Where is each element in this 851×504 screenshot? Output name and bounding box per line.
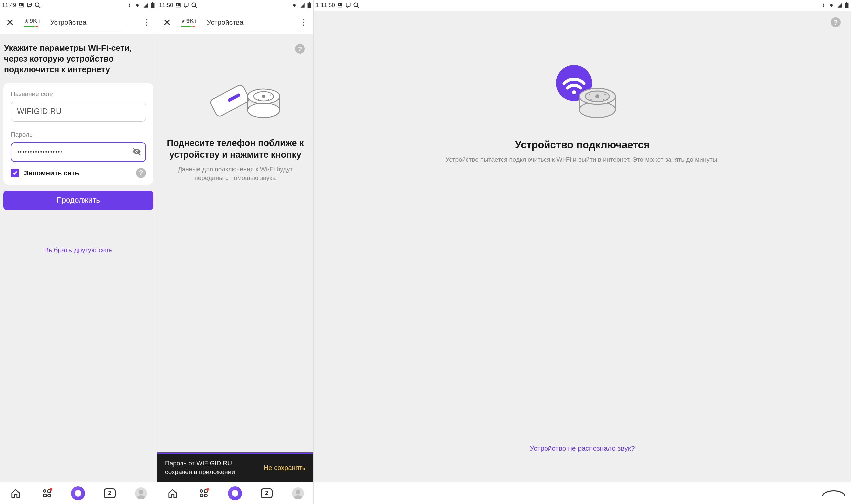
- search-icon: [353, 2, 360, 8]
- status-bar: 1 11:50: [314, 0, 851, 11]
- nav-tabs[interactable]: 2: [102, 486, 117, 501]
- continue-button[interactable]: Продолжить: [3, 191, 153, 210]
- bottom-nav: 2: [157, 482, 314, 504]
- check-icon: [12, 170, 18, 176]
- sound-not-recognized-link[interactable]: Устройство не распознало звук?: [314, 444, 851, 452]
- svg-rect-3: [30, 4, 31, 5]
- svg-rect-40: [348, 4, 348, 5]
- svg-rect-16: [186, 4, 187, 5]
- nav-alice[interactable]: [71, 486, 85, 501]
- notification-dot: [50, 488, 52, 491]
- svg-rect-19: [308, 3, 312, 8]
- svg-point-53: [590, 99, 592, 100]
- svg-rect-20: [309, 2, 310, 3]
- help-button[interactable]: ?: [831, 17, 841, 27]
- svg-point-18: [192, 3, 196, 7]
- battery-icon: [845, 2, 849, 8]
- app-header: 9K+ Устройства: [0, 11, 157, 34]
- close-button[interactable]: [3, 15, 17, 30]
- menu-button[interactable]: [296, 15, 311, 30]
- svg-point-32: [258, 99, 259, 100]
- svg-rect-2: [29, 4, 30, 5]
- twitch-icon: [26, 2, 32, 8]
- status-prefix: 1: [316, 2, 319, 8]
- browser-tab[interactable]: 9K+ Устройства: [176, 13, 296, 32]
- tab-rating: 9K+: [187, 18, 198, 24]
- password-input[interactable]: [11, 142, 146, 162]
- close-button[interactable]: [160, 15, 174, 30]
- svg-point-7: [146, 19, 147, 20]
- photo-icon: [337, 2, 343, 8]
- svg-rect-17: [187, 4, 188, 5]
- svg-point-10: [43, 490, 46, 492]
- svg-point-33: [268, 99, 269, 100]
- svg-point-50: [596, 94, 599, 98]
- help-button[interactable]: ?: [136, 168, 146, 178]
- connecting-illustration: [314, 63, 851, 123]
- svg-point-22: [303, 21, 304, 23]
- signal-icon: [837, 3, 843, 8]
- sync-icon: [127, 3, 132, 8]
- svg-point-23: [303, 24, 304, 25]
- nav-alice[interactable]: [228, 486, 242, 501]
- svg-rect-44: [846, 2, 847, 3]
- sync-icon: [821, 3, 826, 8]
- menu-button[interactable]: [139, 15, 154, 30]
- instruction-subtitle: Данные для подключения к Wi-Fi будут пер…: [157, 165, 314, 183]
- wifi-icon: [134, 3, 141, 8]
- svg-point-13: [48, 494, 51, 497]
- browser-tab[interactable]: 9K+ Устройства: [19, 13, 139, 32]
- avatar-icon: [292, 487, 304, 499]
- svg-rect-43: [845, 3, 849, 8]
- tabs-count: 2: [104, 488, 116, 498]
- nav-home[interactable]: [8, 486, 23, 501]
- svg-point-42: [354, 3, 358, 7]
- connecting-title: Устройство подключается: [314, 139, 851, 151]
- toggle-password-visibility[interactable]: [132, 147, 141, 158]
- nav-home[interactable]: [165, 486, 180, 501]
- svg-point-54: [603, 99, 604, 100]
- svg-point-26: [248, 103, 280, 118]
- nav-profile[interactable]: [134, 486, 148, 501]
- svg-point-51: [589, 94, 590, 95]
- snackbar-dismiss-button[interactable]: Не сохранять: [264, 464, 305, 472]
- tab-title: Устройства: [207, 18, 244, 26]
- nav-services[interactable]: [196, 486, 211, 501]
- star-icon: [181, 19, 186, 23]
- remember-checkbox[interactable]: [11, 169, 19, 177]
- svg-point-39: [339, 4, 340, 5]
- svg-point-34: [200, 490, 203, 492]
- wifi-form-card: Название сети Пароль Запомнить сеть ?: [3, 83, 153, 185]
- nav-profile[interactable]: [290, 486, 305, 501]
- nav-tabs[interactable]: 2: [259, 486, 274, 501]
- tab-title: Устройства: [50, 18, 87, 26]
- svg-point-4: [35, 3, 39, 7]
- tab-rating: 9K+: [30, 18, 41, 24]
- svg-point-8: [146, 21, 147, 23]
- phone-device-illustration: [157, 74, 314, 124]
- search-icon: [191, 2, 198, 8]
- photo-icon: [175, 2, 181, 8]
- help-button[interactable]: ?: [295, 44, 305, 54]
- battery-icon: [150, 2, 155, 8]
- signal-icon: [143, 3, 148, 8]
- nav-services[interactable]: [39, 486, 54, 501]
- choose-other-network-link[interactable]: Выбрать другую сеть: [0, 246, 157, 254]
- svg-point-15: [177, 4, 178, 5]
- alice-icon: [71, 486, 85, 500]
- svg-point-9: [146, 24, 147, 25]
- photo-icon: [18, 2, 24, 8]
- status-time: 11:50: [159, 2, 173, 8]
- search-icon: [34, 2, 41, 8]
- svg-point-46: [572, 90, 576, 94]
- svg-point-29: [262, 95, 265, 98]
- instruction-title: Поднесите телефон поближе к устройству и…: [157, 124, 314, 165]
- app-header: 9K+ Устройства: [157, 11, 314, 34]
- password-label: Пароль: [11, 131, 146, 138]
- home-icon: [11, 488, 21, 498]
- svg-rect-5: [151, 3, 155, 8]
- rating-bar: [181, 25, 195, 27]
- status-time: 11:49: [2, 2, 16, 8]
- network-name-input[interactable]: [11, 102, 146, 122]
- connecting-subtitle: Устройство пытается подключиться к Wi-Fi…: [314, 151, 851, 164]
